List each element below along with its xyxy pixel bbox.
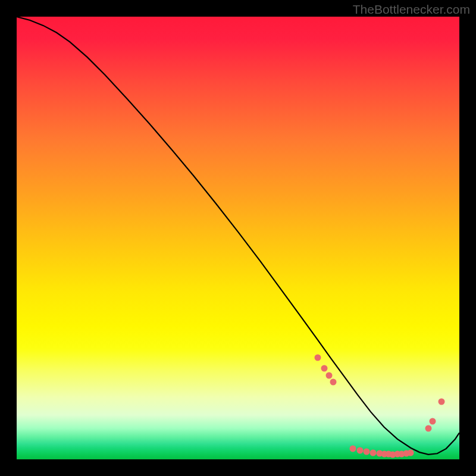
chart-marker (430, 418, 436, 425)
chart-plot-area (17, 17, 459, 459)
watermark-text: TheBottlenecker.com (353, 2, 470, 17)
chart-marker (325, 372, 332, 378)
chart-marker (330, 378, 336, 385)
chart-marker (425, 425, 431, 431)
chart-marker (363, 449, 369, 455)
chart-marker (356, 447, 363, 454)
chart-curve (17, 17, 459, 459)
chart-marker (439, 399, 445, 405)
chart-marker (408, 450, 414, 456)
chart-marker (350, 446, 356, 452)
chart-marker (369, 449, 376, 456)
chart-marker (314, 354, 321, 361)
chart-marker (321, 365, 328, 372)
